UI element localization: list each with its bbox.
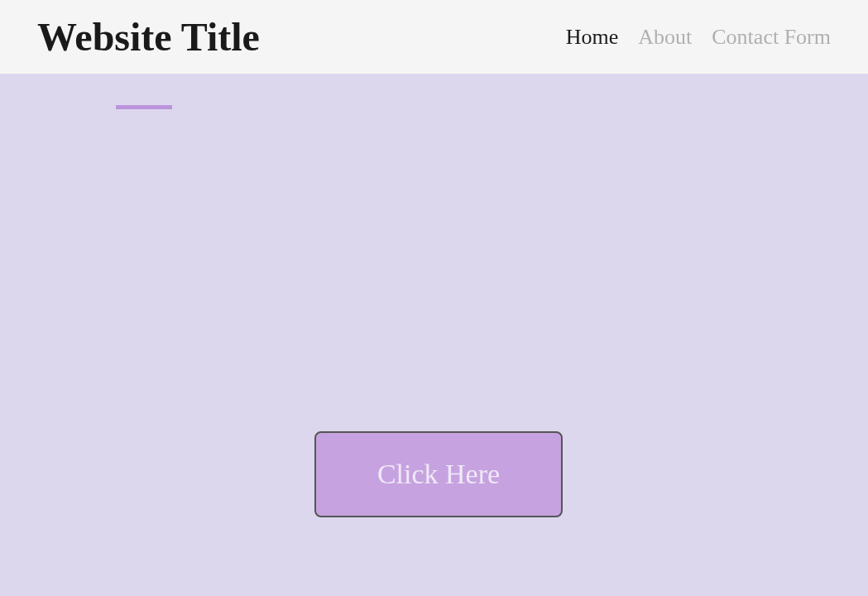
nav-item-home[interactable]: Home (566, 25, 619, 50)
nav-item-contact[interactable]: Contact Form (712, 25, 831, 50)
nav-item-about[interactable]: About (638, 25, 692, 50)
site-title: Website Title (37, 14, 260, 60)
site-header: Website Title Home About Contact Form (0, 0, 868, 74)
accent-bar (116, 105, 172, 109)
hero-section: Click Here (0, 74, 868, 596)
cta-button[interactable]: Click Here (314, 431, 563, 517)
main-nav: Home About Contact Form (566, 25, 831, 50)
